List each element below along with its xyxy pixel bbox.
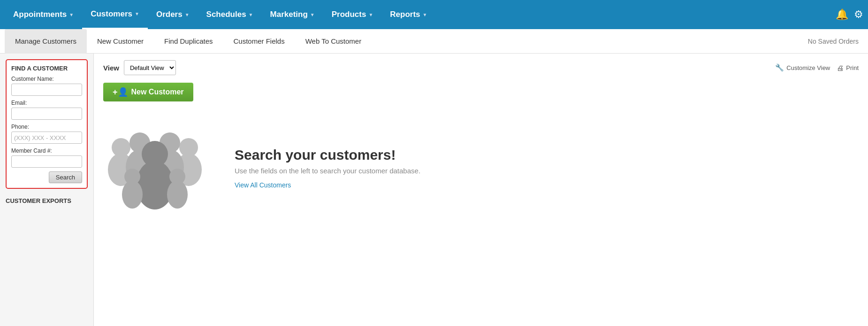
- nav-item-reports[interactable]: Reports ▼: [381, 0, 435, 29]
- sub-nav-label-customer-fields: Customer Fields: [234, 37, 285, 45]
- chevron-icon-appointments: ▼: [69, 12, 74, 17]
- email-label: Email:: [11, 100, 82, 106]
- empty-state-sub: Use the fields on the left to search you…: [235, 167, 859, 175]
- member-card-label: Member Card #:: [11, 147, 82, 154]
- sub-nav-new-customer[interactable]: New Customer: [87, 29, 154, 54]
- customer-name-label: Customer Name:: [11, 76, 82, 82]
- new-customer-button-label: New Customer: [131, 88, 184, 96]
- new-customer-button[interactable]: +👤 New Customer: [103, 83, 193, 101]
- email-input[interactable]: [11, 108, 82, 120]
- phone-label: Phone:: [11, 124, 82, 130]
- nav-label-marketing: Marketing: [270, 10, 308, 19]
- chevron-icon-reports: ▼: [423, 12, 427, 17]
- print-label: Print: [846, 64, 859, 71]
- nav-item-appointments[interactable]: Appointments ▼: [5, 0, 82, 29]
- content-area: View Default View 🔧 Customize View 🖨 Pri…: [94, 54, 868, 326]
- search-button-label: Search: [56, 174, 75, 181]
- nav-label-reports: Reports: [390, 10, 420, 19]
- find-customer-box: FIND A CUSTOMER Customer Name: Email: Ph…: [6, 59, 88, 189]
- sub-nav-label-manage-customers: Manage Customers: [15, 37, 76, 45]
- sub-nav-label-web-to-customer: Web To Customer: [305, 37, 362, 45]
- empty-state: Search your customers! Use the fields on…: [103, 111, 859, 216]
- nav-item-customers[interactable]: Customers ▼: [82, 0, 148, 29]
- chevron-icon-schedules: ▼: [249, 12, 253, 17]
- view-left: View Default View: [103, 60, 176, 75]
- svg-point-11: [122, 180, 143, 209]
- member-card-input[interactable]: [11, 155, 82, 168]
- nav-item-schedules[interactable]: Schedules ▼: [198, 0, 262, 29]
- svg-point-13: [167, 180, 188, 209]
- chevron-icon-marketing: ▼: [310, 12, 315, 17]
- sub-nav-web-to-customer[interactable]: Web To Customer: [295, 29, 372, 54]
- customer-name-input[interactable]: [11, 84, 82, 96]
- view-all-customers-link[interactable]: View All Customers: [235, 181, 291, 189]
- sub-nav-manage-customers[interactable]: Manage Customers: [5, 29, 87, 54]
- customize-view-button[interactable]: 🔧 Customize View: [775, 63, 830, 72]
- empty-state-text: Search your customers! Use the fields on…: [235, 147, 859, 189]
- nav-label-orders: Orders: [156, 10, 183, 19]
- gear-icon: ⚙: [854, 8, 863, 20]
- no-saved-orders: No Saved Orders: [808, 38, 863, 45]
- top-nav: Appointments ▼ Customers ▼ Orders ▼ Sche…: [0, 0, 868, 29]
- print-button[interactable]: 🖨 Print: [837, 64, 859, 72]
- nav-item-marketing[interactable]: Marketing ▼: [262, 0, 323, 29]
- phone-input[interactable]: [11, 132, 82, 144]
- main-content: FIND A CUSTOMER Customer Name: Email: Ph…: [0, 54, 868, 326]
- view-label: View: [103, 64, 119, 72]
- view-right: 🔧 Customize View 🖨 Print: [775, 63, 859, 72]
- plus-user-icon: +👤: [113, 87, 128, 97]
- chevron-icon-products: ▼: [368, 12, 373, 17]
- bell-icon: 🔔: [836, 8, 848, 20]
- sidebar: FIND A CUSTOMER Customer Name: Email: Ph…: [0, 54, 94, 326]
- nav-item-orders[interactable]: Orders ▼: [148, 0, 198, 29]
- customers-illustration: [103, 120, 206, 216]
- view-bar: View Default View 🔧 Customize View 🖨 Pri…: [103, 60, 859, 75]
- nav-label-schedules: Schedules: [206, 10, 246, 19]
- printer-icon: 🖨: [837, 64, 844, 72]
- wrench-icon: 🔧: [775, 63, 784, 72]
- chevron-icon-orders: ▼: [185, 12, 190, 17]
- svg-point-9: [136, 161, 174, 210]
- sub-nav-label-find-duplicates: Find Duplicates: [164, 37, 213, 45]
- search-button[interactable]: Search: [49, 171, 82, 183]
- sub-nav: Manage Customers New Customer Find Dupli…: [0, 29, 868, 54]
- customer-exports-title: CUSTOMER EXPORTS: [6, 195, 88, 206]
- bell-button[interactable]: 🔔: [836, 8, 848, 21]
- view-select[interactable]: Default View: [124, 60, 176, 75]
- sub-nav-find-duplicates[interactable]: Find Duplicates: [154, 29, 223, 54]
- chevron-icon-customers: ▼: [135, 11, 139, 16]
- nav-icons: 🔔 ⚙: [836, 8, 863, 21]
- sub-nav-customer-fields[interactable]: Customer Fields: [223, 29, 295, 54]
- nav-label-products: Products: [332, 10, 366, 19]
- customize-view-label: Customize View: [786, 64, 830, 71]
- sub-nav-label-new-customer: New Customer: [97, 37, 144, 45]
- nav-item-products[interactable]: Products ▼: [323, 0, 382, 29]
- empty-state-heading: Search your customers!: [235, 147, 859, 163]
- nav-label-appointments: Appointments: [13, 10, 67, 19]
- nav-label-customers: Customers: [91, 9, 132, 19]
- find-customer-title: FIND A CUSTOMER: [11, 65, 82, 72]
- gear-button[interactable]: ⚙: [854, 8, 863, 21]
- nav-items: Appointments ▼ Customers ▼ Orders ▼ Sche…: [5, 0, 836, 29]
